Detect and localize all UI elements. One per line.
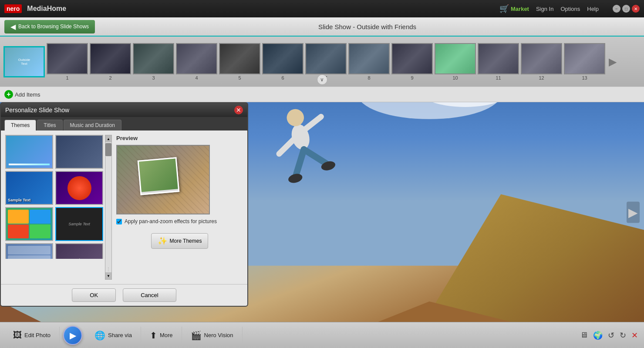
refresh-left-button[interactable]: ↺: [606, 329, 616, 342]
preview-photo-inner: [139, 158, 178, 192]
theme-0-bar: [9, 164, 50, 165]
filmstrip-thumb-12[interactable]: [521, 43, 562, 74]
preview-photo-card: [138, 157, 180, 195]
filmstrip-thumb-11[interactable]: [478, 43, 519, 74]
theme-item-6[interactable]: [5, 243, 53, 259]
preview-label: Preview: [116, 135, 243, 141]
filmstrip-thumb-10[interactable]: [435, 43, 476, 74]
thumb-12-bg: [522, 44, 561, 74]
filmstrip-item-2[interactable]: 2: [90, 43, 131, 80]
minimize-button[interactable]: −: [613, 5, 620, 13]
filmstrip-thumb-2[interactable]: [90, 43, 131, 74]
scrollbar-down-button[interactable]: ▼: [105, 272, 111, 279]
play-icon: ▶: [70, 330, 76, 341]
filmstrip-item-12[interactable]: 12: [521, 43, 562, 80]
market-button[interactable]: 🛒 Market: [499, 4, 529, 13]
pan-zoom-row: Apply pan-and-zoom effects for pictures: [116, 218, 243, 225]
monitor-icon-button[interactable]: 🖥: [578, 329, 590, 341]
filmstrip-next-button[interactable]: ▶: [609, 56, 617, 68]
options-button[interactable]: Options: [560, 6, 580, 12]
remove-button[interactable]: ✕: [630, 329, 640, 342]
thumb-2-bg: [91, 44, 130, 74]
filmstrip-item-1[interactable]: 1: [47, 43, 88, 80]
thumb-11-bg: [479, 44, 518, 74]
thumb-1-bg: [47, 44, 87, 74]
filmstrip-item-title[interactable]: OutsideText: [3, 46, 45, 77]
filmstrip-num-3: 3: [152, 75, 155, 80]
thumb-9-bg: [392, 44, 432, 74]
theme-4-c1: [8, 210, 29, 224]
cancel-button[interactable]: Cancel: [123, 288, 176, 302]
tab-themes[interactable]: Themes: [4, 120, 36, 130]
filmstrip-thumb-13[interactable]: [564, 43, 605, 74]
filmstrip-item-4[interactable]: 4: [176, 43, 217, 80]
add-items-button[interactable]: + Add Items: [4, 90, 40, 99]
edit-photo-label: Edit Photo: [24, 332, 51, 338]
title-bar-right: 🛒 Market Sign In Options Help − □ ✕: [499, 4, 640, 13]
maximize-button[interactable]: □: [622, 5, 630, 13]
signin-button[interactable]: Sign In: [536, 6, 553, 12]
theme-item-1[interactable]: [55, 135, 103, 169]
theme-item-0[interactable]: [5, 135, 53, 169]
filmstrip-item-5[interactable]: 5: [219, 43, 260, 80]
theme-0-visual: [6, 136, 52, 168]
filmstrip-thumb-5[interactable]: [219, 43, 260, 74]
add-icon: +: [4, 90, 13, 99]
filmstrip-collapse-button[interactable]: ∨: [317, 74, 327, 85]
thumb-4-bg: [177, 44, 216, 74]
thumb-title-bg: OutsideText: [5, 47, 44, 76]
filmstrip-thumb-title[interactable]: OutsideText: [3, 46, 45, 77]
thumb-8-bg: [349, 44, 389, 74]
back-button[interactable]: ◀ Back to Browsing Slide Shows: [4, 20, 95, 33]
thumb-13-bg: [565, 44, 604, 74]
edit-photo-button[interactable]: 🖼 Edit Photo: [4, 327, 60, 344]
filmstrip-item-13[interactable]: 13: [564, 43, 605, 80]
scrollbar-track: [105, 142, 111, 266]
back-arrow-icon: ◀: [10, 23, 16, 31]
filmstrip-num-5: 5: [238, 75, 241, 80]
scrollbar-up-button[interactable]: ▲: [105, 135, 111, 142]
theme-item-4[interactable]: [5, 207, 53, 241]
theme-item-5[interactable]: Sample Text: [55, 207, 103, 241]
close-button[interactable]: ✕: [632, 5, 640, 13]
filmstrip: OutsideText 1 2 3 4 5: [0, 37, 644, 87]
filmstrip-thumb-4[interactable]: [176, 43, 217, 74]
thumb-6-bg: [263, 44, 303, 74]
share-via-button[interactable]: 🌐 Share via: [86, 327, 141, 344]
filmstrip-item-6[interactable]: 6: [262, 43, 303, 80]
tab-music-duration[interactable]: Music and Duration: [64, 120, 121, 130]
theme-4-c2: [30, 210, 51, 224]
filmstrip-item-8[interactable]: 8: [348, 43, 390, 80]
filmstrip-item-10[interactable]: 10: [435, 43, 476, 80]
tab-titles[interactable]: Titles: [37, 120, 62, 130]
filmstrip-item-11[interactable]: 11: [478, 43, 519, 80]
pan-zoom-checkbox[interactable]: [116, 219, 122, 224]
more-button[interactable]: ⬆ More: [141, 327, 182, 344]
globe-icon-button[interactable]: 🌍: [591, 329, 604, 342]
nero-vision-button[interactable]: 🎬 Nero Vision: [182, 327, 243, 344]
scrollbar-thumb[interactable]: [105, 143, 111, 156]
filmstrip-item-3[interactable]: 3: [133, 43, 174, 80]
refresh-right-button[interactable]: ↻: [618, 329, 628, 342]
filmstrip-item-9[interactable]: 9: [391, 43, 433, 80]
theme-item-7[interactable]: Sample Text: [55, 243, 103, 259]
main-photo-next-button[interactable]: ▶: [627, 201, 640, 223]
dialog-footer: OK Cancel: [1, 284, 247, 306]
play-button[interactable]: ▶: [63, 326, 82, 345]
filmstrip-thumb-6[interactable]: [262, 43, 303, 74]
theme-3-circle: [67, 176, 91, 200]
filmstrip-thumb-8[interactable]: [348, 43, 390, 74]
theme-item-3[interactable]: [55, 171, 103, 205]
theme-4-visual: [6, 208, 52, 240]
filmstrip-thumb-1[interactable]: [47, 43, 88, 74]
help-button[interactable]: Help: [587, 6, 599, 12]
add-items-bar: + Add Items: [0, 87, 644, 102]
ok-button[interactable]: OK: [72, 288, 116, 302]
more-themes-button[interactable]: ✨ More Themes: [151, 233, 209, 249]
filmstrip-thumb-9[interactable]: [391, 43, 433, 74]
filmstrip-thumb-7[interactable]: [305, 43, 347, 74]
dialog-close-button[interactable]: ✕: [234, 106, 243, 114]
theme-item-2[interactable]: Sample Text: [5, 171, 53, 205]
share-icon: 🌐: [94, 330, 105, 341]
filmstrip-thumb-3[interactable]: [133, 43, 174, 74]
